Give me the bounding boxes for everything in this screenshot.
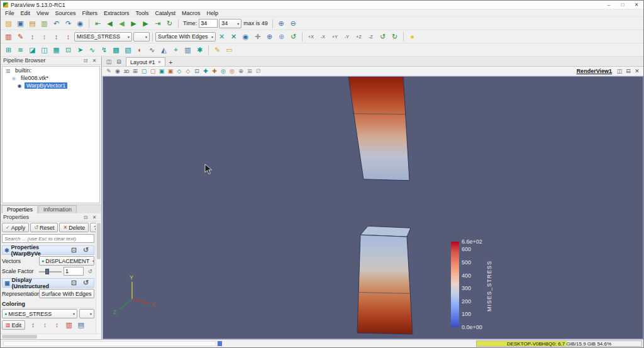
edit-render-options-icon[interactable]: ✎ bbox=[104, 67, 113, 76]
ruler-icon[interactable]: ▭ bbox=[224, 45, 235, 55]
minimize-icon[interactable]: – bbox=[602, 1, 616, 9]
toggle-color-legend-icon[interactable]: ▥ bbox=[3, 31, 14, 42]
pick-center-icon[interactable]: ◉ bbox=[240, 31, 251, 42]
stream-tracer-icon[interactable]: ∿ bbox=[87, 45, 97, 55]
menu-edit[interactable]: Edit bbox=[18, 10, 34, 16]
color-legend[interactable]: 6.6e+02 600500400300200100 0.0e+00 MISES… bbox=[451, 237, 505, 336]
last-frame-icon[interactable]: ⇥ bbox=[152, 18, 163, 29]
zoom-to-box-icon[interactable]: ⊕ bbox=[236, 67, 245, 76]
frame-combo[interactable]: 34 ▾ bbox=[219, 19, 242, 28]
open-file-icon[interactable]: ▨ bbox=[3, 18, 14, 29]
show-center-of-rotation-icon[interactable]: ✕ bbox=[216, 31, 227, 42]
loop-icon[interactable]: ↻ bbox=[164, 18, 175, 29]
reset-center-of-rotation-icon[interactable]: ✕ bbox=[228, 31, 239, 42]
scale-factor-slider[interactable] bbox=[39, 268, 62, 275]
adjust-camera-icon[interactable]: ⊞ bbox=[131, 67, 140, 76]
contour-icon[interactable]: ≋ bbox=[15, 45, 26, 55]
pipeline-item-builtin[interactable]: ▥builtin: bbox=[3, 67, 99, 74]
properties-scrollbar[interactable] bbox=[96, 222, 101, 334]
view-minus-x-icon[interactable]: -X bbox=[318, 31, 328, 42]
toggle-interaction-mode-3d-icon[interactable]: 3D bbox=[122, 67, 131, 76]
threshold-icon[interactable]: ▦ bbox=[51, 45, 62, 55]
menu-help[interactable]: Help bbox=[203, 10, 221, 16]
rescale-to-custom-range-icon[interactable]: ↕ bbox=[39, 31, 50, 42]
add-layout-tab-button[interactable]: + bbox=[165, 59, 175, 66]
menu-catalyst[interactable]: Catalyst bbox=[152, 10, 179, 16]
annotation-pencil-icon[interactable]: ✎ bbox=[212, 45, 223, 55]
close-tab-icon[interactable]: ✕ bbox=[158, 60, 162, 65]
coloring-array-combo[interactable]: ● MISES_STRESS ▾ bbox=[2, 309, 77, 318]
split-view-horizontal-icon[interactable]: ◫ bbox=[615, 67, 624, 76]
properties-section-header[interactable]: ✱ Properties (WarpByVe ⊡↺ bbox=[2, 245, 94, 255]
split-view-vertical-icon[interactable]: ⊟ bbox=[624, 67, 633, 76]
histogram-icon[interactable]: ▥ bbox=[182, 45, 193, 55]
menu-macros[interactable]: Macros bbox=[179, 10, 204, 16]
rescale-to-visible-range-icon[interactable]: ↕ bbox=[51, 31, 62, 42]
load-state-icon[interactable]: ▥ bbox=[39, 18, 50, 29]
rescale-to-custom-range-panel-icon[interactable]: ↕ bbox=[40, 320, 50, 330]
scrollbar-thumb[interactable] bbox=[2, 335, 37, 339]
copy-section-icon[interactable]: ⊡ bbox=[69, 245, 79, 255]
select-points-polygon-icon[interactable]: ◇ bbox=[184, 67, 192, 76]
temporal-interpolator-icon[interactable]: ◐ bbox=[135, 45, 145, 55]
interactive-select-cells-icon[interactable]: ✚ bbox=[201, 67, 210, 76]
group-datasets-icon[interactable]: ▩ bbox=[111, 45, 121, 55]
show-scalar-bar-icon[interactable]: ▤ bbox=[75, 320, 86, 330]
apply-button[interactable]: ✓ Apply bbox=[2, 223, 29, 232]
plot-selection-over-time-icon[interactable]: ◭ bbox=[158, 45, 169, 55]
zoom-to-data-icon[interactable]: ⊕ bbox=[264, 31, 275, 42]
close-icon[interactable]: ✕ bbox=[630, 1, 643, 9]
view-plus-y-icon[interactable]: +Y bbox=[330, 31, 340, 42]
dock-undock-icon[interactable]: ⊡ bbox=[82, 214, 89, 221]
rotate-90-cw-icon[interactable]: ↻ bbox=[389, 31, 400, 42]
delete-button[interactable]: ✕ Delete bbox=[59, 223, 89, 232]
select-block-icon[interactable]: ⊡ bbox=[192, 67, 201, 76]
maximize-icon[interactable]: □ bbox=[616, 1, 630, 9]
restore-section-defaults-icon[interactable]: ↺ bbox=[80, 245, 91, 255]
view-minus-z-icon[interactable]: -Z bbox=[365, 31, 376, 42]
vectors-combo[interactable]: ● DISPLACEMENT ▾ bbox=[39, 256, 94, 266]
warp-by-vector-icon[interactable]: ↯ bbox=[99, 45, 109, 55]
undo-icon[interactable]: ↶ bbox=[51, 18, 62, 29]
previous-frame-icon[interactable]: ◀ bbox=[104, 18, 115, 29]
view-minus-y-icon[interactable]: -Y bbox=[341, 31, 352, 42]
coloring-component-combo[interactable]: ▾ bbox=[79, 309, 94, 318]
menu-filters[interactable]: Filters bbox=[79, 10, 101, 16]
next-frame-icon[interactable]: ▶ bbox=[140, 18, 151, 29]
rotate-90-ccw-icon[interactable]: ↺ bbox=[377, 31, 388, 42]
pipeline-item-file008-vtk[interactable]: ◉file008.vtk* bbox=[3, 74, 99, 82]
pipeline-item-warpbyvector1[interactable]: ◉WarpByVector1 bbox=[3, 82, 99, 89]
menu-sources[interactable]: Sources bbox=[52, 10, 79, 16]
save-state-icon[interactable]: ▤ bbox=[27, 18, 38, 29]
time-input[interactable] bbox=[199, 19, 218, 28]
color-component-selector[interactable]: ▾ bbox=[133, 32, 150, 42]
hover-cells-icon[interactable]: ◎ bbox=[219, 67, 228, 76]
extract-subset-icon[interactable]: ⊡ bbox=[63, 45, 74, 55]
split-layout-vertical-icon[interactable]: ⊟ bbox=[114, 58, 123, 66]
tab-information[interactable]: Information bbox=[38, 205, 77, 213]
zoom-closest-icon[interactable]: ⊕ bbox=[276, 31, 287, 42]
left-dock-hscrollbar[interactable] bbox=[1, 334, 101, 339]
menu-view[interactable]: View bbox=[33, 10, 52, 16]
save-data-icon[interactable]: ▣ bbox=[15, 18, 26, 29]
light-kit-toggle-icon[interactable]: ● bbox=[407, 31, 418, 42]
render-viewport[interactable]: Y X Z 6.6e+02 600500400300200100 0.0e+00… bbox=[103, 76, 643, 339]
visibility-off-eye-icon[interactable]: ◉ bbox=[11, 76, 17, 81]
scrollbar-thumb[interactable] bbox=[97, 223, 101, 259]
view-plus-x-icon[interactable]: +X bbox=[306, 31, 316, 42]
select-cells-polygon-icon[interactable]: ◇ bbox=[175, 67, 184, 76]
search-input[interactable] bbox=[2, 234, 94, 243]
copy-section-icon[interactable]: ⊡ bbox=[69, 278, 79, 288]
split-layout-horizontal-icon[interactable]: ◫ bbox=[104, 58, 113, 66]
programmable-filter-icon[interactable]: ✱ bbox=[194, 45, 205, 55]
slider-handle[interactable] bbox=[45, 269, 49, 274]
clear-selection-icon[interactable]: ∅ bbox=[254, 67, 263, 76]
visibility-on-eye-icon[interactable]: ◉ bbox=[16, 83, 23, 89]
menu-tools[interactable]: Tools bbox=[132, 10, 152, 16]
reset-camera-icon[interactable]: ↺ bbox=[288, 31, 299, 42]
color-array-selector[interactable]: MISES_STRESS ▾ bbox=[74, 32, 132, 42]
select-cells-on-icon[interactable]: ▢ bbox=[140, 67, 148, 76]
plot-over-line-icon[interactable]: ∿ bbox=[147, 45, 157, 55]
tab-layout-1[interactable]: Layout #1 ✕ bbox=[126, 57, 165, 66]
play-backward-icon[interactable]: ◀ bbox=[116, 18, 127, 29]
